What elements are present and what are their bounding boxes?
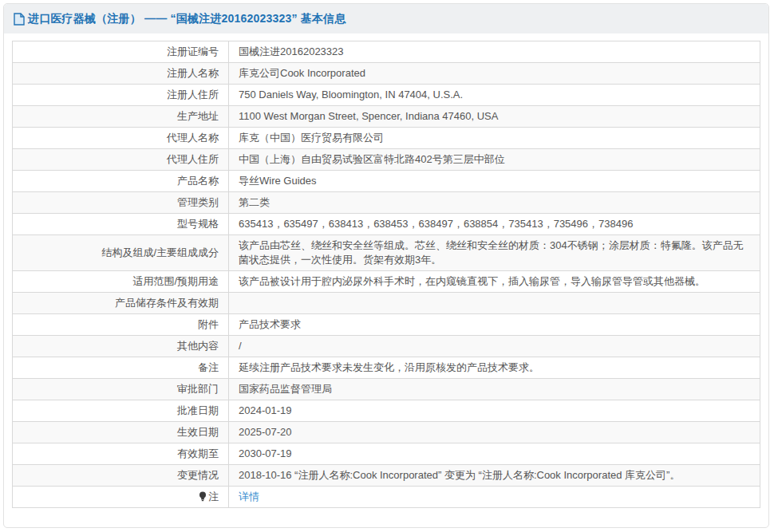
row-label: 注册人名称 — [13, 63, 229, 85]
table-row: 代理人住所中国（上海）自由贸易试验区富特北路402号第三层中部位 — [13, 149, 760, 171]
table-row: 其他内容/ — [13, 336, 760, 357]
table-row: 有效期至2030-07-19 — [13, 443, 760, 465]
row-label: 批准日期 — [13, 400, 229, 422]
row-label: 生效日期 — [13, 422, 229, 443]
row-label: 代理人住所 — [13, 149, 229, 171]
row-label: 有效期至 — [13, 443, 229, 465]
table-row: 产品储存条件及有效期 — [13, 293, 760, 314]
row-value: 2025-07-20 — [229, 422, 760, 443]
row-value: 库克公司Cook Incorporated — [229, 63, 760, 85]
row-label: 变更情况 — [13, 465, 229, 487]
table-row: 注册人住所750 Daniels Way, Bloomington, IN 47… — [13, 85, 760, 106]
table-row: 批准日期2024-01-19 — [13, 400, 760, 422]
info-table-body: 注册证编号国械注进20162023323注册人名称库克公司Cook Incorp… — [13, 41, 760, 508]
header-bar: 进口医疗器械（注册） —— “国械注进20162023323” 基本信息 — [4, 4, 768, 33]
row-value: 国械注进20162023323 — [229, 41, 760, 63]
page-title: 进口医疗器械（注册） —— “国械注进20162023323” 基本信息 — [28, 12, 346, 26]
row-label: 产品名称 — [13, 171, 229, 192]
row-label-text: 生效日期 — [177, 426, 219, 438]
row-label: 注册证编号 — [13, 41, 229, 63]
row-label-text: 注册人住所 — [167, 89, 219, 100]
row-value — [229, 293, 760, 314]
row-label-text: 生产地址 — [177, 110, 219, 122]
row-value: 2018-10-16 “注册人名称:Cook Incorporated” 变更为… — [229, 465, 760, 487]
table-row: 适用范围/预期用途该产品被设计用于腔内泌尿外科手术时，在内窥镜直视下，插入输尿管… — [13, 271, 760, 293]
row-value: 导丝Wire Guides — [229, 171, 760, 192]
row-label: 型号规格 — [13, 214, 229, 235]
info-table: 注册证编号国械注进20162023323注册人名称库克公司Cook Incorp… — [12, 41, 760, 508]
table-row: 结构及组成/主要组成成分该产品由芯丝、绕丝和安全丝等组成。芯丝、绕丝和安全丝的材… — [13, 235, 760, 271]
table-row: 注册人名称库克公司Cook Incorporated — [13, 63, 760, 85]
table-row: 注册证编号国械注进20162023323 — [13, 41, 760, 63]
row-value: 库克（中国）医疗贸易有限公司 — [229, 128, 760, 149]
row-label-text: 管理类别 — [177, 196, 219, 208]
row-label: 附件 — [13, 314, 229, 336]
row-value: 国家药品监督管理局 — [229, 379, 760, 400]
info-panel: 进口医疗器械（注册） —— “国械注进20162023323” 基本信息 注册证… — [3, 3, 769, 528]
bulb-icon — [199, 491, 207, 502]
table-row: 管理类别第二类 — [13, 192, 760, 214]
row-value: 中国（上海）自由贸易试验区富特北路402号第三层中部位 — [229, 149, 760, 171]
table-row: 附件产品技术要求 — [13, 314, 760, 336]
row-label: 注册人住所 — [13, 85, 229, 106]
row-label: 结构及组成/主要组成成分 — [13, 235, 229, 271]
row-label-text: 备注 — [198, 361, 219, 373]
row-label-text: 注 — [208, 491, 219, 502]
row-value: 延续注册产品技术要求未发生变化，沿用原核发的产品技术要求。 — [229, 357, 760, 379]
row-value: 第二类 — [229, 192, 760, 214]
row-label-text: 审批部门 — [177, 383, 219, 395]
row-value: 详情 — [229, 487, 760, 508]
row-label-text: 产品名称 — [177, 175, 219, 187]
table-row: 变更情况2018-10-16 “注册人名称:Cook Incorporated”… — [13, 465, 760, 487]
row-label: 注 — [13, 487, 229, 508]
row-value: 2024-01-19 — [229, 400, 760, 422]
row-label-text: 代理人住所 — [167, 153, 219, 165]
row-label: 其他内容 — [13, 336, 229, 357]
row-value: 产品技术要求 — [229, 314, 760, 336]
document-icon — [14, 13, 25, 26]
row-label-text: 附件 — [198, 318, 219, 330]
row-label-text: 代理人名称 — [167, 132, 219, 144]
table-row: 代理人名称库克（中国）医疗贸易有限公司 — [13, 128, 760, 149]
row-label-text: 有效期至 — [177, 447, 219, 459]
row-label-text: 型号规格 — [177, 218, 219, 230]
table-row: 生效日期2025-07-20 — [13, 422, 760, 443]
row-label-text: 注册人名称 — [167, 67, 219, 79]
row-value: 该产品被设计用于腔内泌尿外科手术时，在内窥镜直视下，插入输尿管，导入输尿管导管或… — [229, 271, 760, 293]
row-label: 适用范围/预期用途 — [13, 271, 229, 293]
row-value: 750 Daniels Way, Bloomington, IN 47404, … — [229, 85, 760, 106]
row-label-text: 批准日期 — [177, 404, 219, 416]
row-label-text: 其他内容 — [177, 340, 219, 352]
detail-link[interactable]: 详情 — [239, 491, 259, 502]
row-label-text: 变更情况 — [177, 469, 219, 481]
row-label-text: 产品储存条件及有效期 — [115, 297, 219, 309]
row-value: 635413，635497，638413，638453，638497，63885… — [229, 214, 760, 235]
table-row: 生产地址1100 West Morgan Street, Spencer, In… — [13, 106, 760, 128]
table-row: 型号规格635413，635497，638413，638453，638497，6… — [13, 214, 760, 235]
row-value: 该产品由芯丝、绕丝和安全丝等组成。芯丝、绕丝和安全丝的材质：304不锈钢；涂层材… — [229, 235, 760, 271]
table-row: 备注延续注册产品技术要求未发生变化，沿用原核发的产品技术要求。 — [13, 357, 760, 379]
viewport: 进口医疗器械（注册） —— “国械注进20162023323” 基本信息 注册证… — [0, 0, 774, 532]
row-label: 代理人名称 — [13, 128, 229, 149]
row-label-text: 结构及组成/主要组成成分 — [101, 246, 219, 258]
table-row: 产品名称导丝Wire Guides — [13, 171, 760, 192]
row-label: 管理类别 — [13, 192, 229, 214]
row-label-text: 适用范围/预期用途 — [132, 275, 219, 287]
row-label-text: 注册证编号 — [167, 45, 219, 57]
table-row: 审批部门国家药品监督管理局 — [13, 379, 760, 400]
row-value: 1100 West Morgan Street, Spencer, Indian… — [229, 106, 760, 128]
row-label: 生产地址 — [13, 106, 229, 128]
row-value: / — [229, 336, 760, 357]
row-value: 2030-07-19 — [229, 443, 760, 465]
row-label: 审批部门 — [13, 379, 229, 400]
row-label: 备注 — [13, 357, 229, 379]
row-label: 产品储存条件及有效期 — [13, 293, 229, 314]
table-row: 注详情 — [13, 487, 760, 508]
